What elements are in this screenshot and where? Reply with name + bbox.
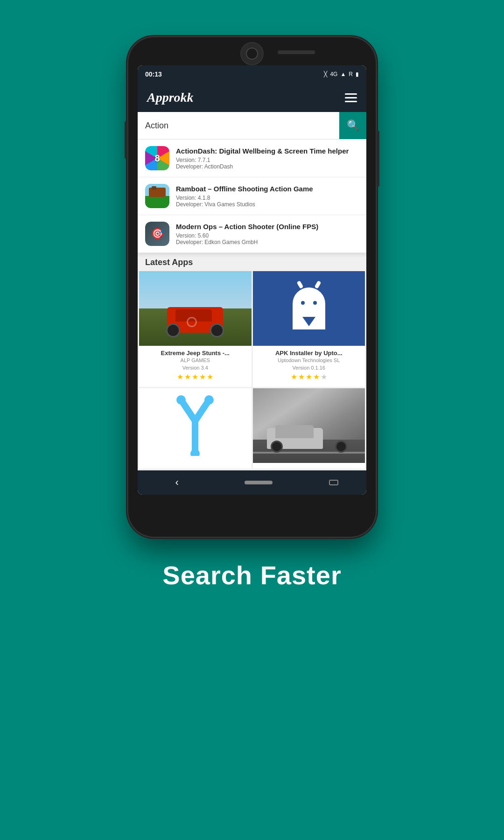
- tagline: Search Faster: [162, 560, 341, 590]
- jeep-thumbnail: [139, 271, 252, 346]
- apk-star-1: ★: [291, 372, 297, 381]
- actiondash-developer: Developer: ActionDash: [176, 163, 359, 170]
- dropdown-item-ramboat[interactable]: Ramboat – Offline Shooting Action Game V…: [138, 177, 366, 215]
- signal-icon: ▲: [340, 71, 346, 77]
- jeep-stars: ★ ★ ★ ★ ★: [177, 372, 213, 381]
- apk-stars: ★ ★ ★ ★ ★: [291, 372, 327, 381]
- svg-point-4: [204, 395, 214, 405]
- actiondash-icon-container: 8: [145, 146, 169, 170]
- jeep-title: Extreme Jeep Stunts -...: [157, 350, 233, 357]
- actiondash-icon: 8: [145, 146, 169, 170]
- robot-eye-left: [301, 301, 305, 305]
- nav-bar: ‹: [138, 470, 366, 495]
- app-card-jeep[interactable]: Extreme Jeep Stunts -... ALP GAMES Versi…: [139, 271, 252, 387]
- actiondash-icon-label: 8: [154, 153, 160, 164]
- apk-star-3: ★: [306, 372, 312, 381]
- hamburger-line-1: [345, 93, 357, 95]
- robot-arrow: [302, 317, 315, 326]
- robot-eye-right: [313, 301, 317, 305]
- apk-star-2: ★: [298, 372, 305, 381]
- fork-image: [139, 388, 252, 463]
- search-icon: 🔍: [347, 119, 359, 132]
- search-input[interactable]: [145, 112, 339, 139]
- app-logo: Approkk: [147, 90, 194, 105]
- apk-title: APK Installer by Upto...: [272, 350, 346, 357]
- phone-camera: [240, 42, 264, 65]
- app-card-fork[interactable]: [139, 388, 252, 469]
- apk-thumbnail: [253, 271, 365, 346]
- apk-image: [253, 271, 365, 346]
- hamburger-button[interactable]: [345, 93, 357, 102]
- ramboat-icon: [145, 184, 169, 208]
- car-image: [253, 388, 365, 463]
- phone-shell: 00:13 ╳ 4G ▲ R ▮ Approkk: [128, 37, 376, 537]
- ramboat-icon-container: [145, 184, 169, 208]
- phone-top: [128, 37, 376, 65]
- actiondash-name: ActionDash: Digital Wellbeing & Screen T…: [176, 147, 359, 156]
- apk-logo: [288, 287, 330, 329]
- apk-developer: Uptodown Technologies SL: [278, 357, 340, 363]
- back-button[interactable]: ‹: [166, 473, 188, 492]
- phone-screen: 00:13 ╳ 4G ▲ R ▮ Approkk: [138, 65, 366, 495]
- app-header: Approkk: [138, 83, 366, 112]
- hamburger-line-2: [345, 97, 357, 98]
- modernops-icon: 🎯: [145, 222, 169, 246]
- actiondash-info: ActionDash: Digital Wellbeing & Screen T…: [176, 147, 359, 170]
- star-5: ★: [207, 372, 213, 381]
- search-dropdown: 8 ActionDash: Digital Wellbeing & Screen…: [138, 139, 366, 253]
- recent-button[interactable]: [329, 480, 338, 485]
- ramboat-info: Ramboat – Offline Shooting Action Game V…: [176, 184, 359, 208]
- status-time: 00:13: [145, 70, 162, 78]
- home-button[interactable]: [245, 481, 273, 484]
- robot-head: [293, 287, 325, 313]
- dropdown-item-modernops[interactable]: 🎯 Modern Ops – Action Shooter (Online FP…: [138, 215, 366, 253]
- 4g-label: 4G: [330, 71, 337, 77]
- apk-star-5: ★: [321, 372, 327, 381]
- apk-star-4: ★: [313, 372, 320, 381]
- app-card-car[interactable]: [253, 388, 365, 469]
- star-3: ★: [192, 372, 198, 381]
- app-card-apk[interactable]: APK Installer by Upto... Uptodown Techno…: [253, 271, 365, 387]
- ramboat-version: Version: 4.1.8: [176, 195, 359, 201]
- jeep-version: Version 3.4: [182, 365, 208, 371]
- status-bar: 00:13 ╳ 4G ▲ R ▮: [138, 65, 366, 83]
- jeep-image: [139, 271, 252, 346]
- apk-version: Version 0.1.16: [293, 365, 325, 371]
- phone-speaker: [278, 50, 315, 54]
- dropdown-item-actiondash[interactable]: 8 ActionDash: Digital Wellbeing & Screen…: [138, 140, 366, 177]
- robot-eyes: [301, 301, 317, 305]
- svg-point-3: [176, 395, 186, 405]
- ramboat-img: [145, 184, 169, 208]
- app-grid: Extreme Jeep Stunts -... ALP GAMES Versi…: [138, 271, 366, 469]
- modernops-developer: Developer: Edkon Games GmbH: [176, 239, 359, 245]
- status-icons: ╳ 4G ▲ R ▮: [324, 71, 359, 77]
- modernops-version: Version: 5.60: [176, 232, 359, 239]
- hamburger-line-3: [345, 101, 357, 102]
- main-content: Latest Apps: [138, 253, 366, 470]
- star-4: ★: [199, 372, 206, 381]
- page-background: 00:13 ╳ 4G ▲ R ▮ Approkk: [0, 0, 504, 840]
- fork-thumbnail: [139, 388, 252, 463]
- modernops-name: Modern Ops – Action Shooter (Online FPS): [176, 222, 359, 231]
- search-button[interactable]: 🔍: [339, 112, 366, 139]
- ramboat-developer: Developer: Viva Games Studios: [176, 201, 359, 208]
- star-2: ★: [184, 372, 191, 381]
- modernops-icon-symbol: 🎯: [151, 228, 164, 240]
- robot-body: [293, 313, 325, 329]
- battery-icon: ▮: [356, 71, 359, 77]
- car-thumbnail: [253, 388, 365, 463]
- search-bar: 🔍: [138, 112, 366, 139]
- latest-apps-header: Latest Apps: [138, 253, 366, 271]
- fork-svg: [172, 395, 218, 456]
- modernops-info: Modern Ops – Action Shooter (Online FPS)…: [176, 222, 359, 245]
- actiondash-version: Version: 7.7.1: [176, 157, 359, 163]
- star-1: ★: [177, 372, 183, 381]
- bluetooth-icon: ╳: [324, 71, 327, 77]
- ramboat-name: Ramboat – Offline Shooting Action Game: [176, 184, 359, 194]
- r-label: R: [349, 71, 353, 77]
- modernops-icon-container: 🎯: [145, 222, 169, 246]
- jeep-developer: ALP GAMES: [181, 357, 210, 363]
